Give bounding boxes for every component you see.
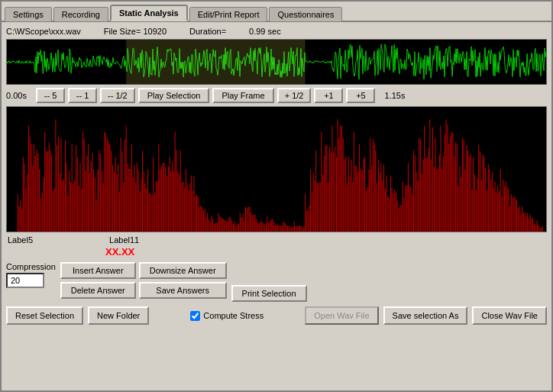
print-selection-button[interactable]: Print Selection	[231, 285, 307, 302]
content-area: C:\WScope\xxx.wav File Size= 10920 Durat…	[2, 21, 551, 329]
btn-plus5[interactable]: +5	[346, 88, 375, 103]
bottom-section: Compression Insert Answer Downsize Answe…	[6, 262, 547, 302]
play-frame-button[interactable]: Play Frame	[212, 88, 273, 103]
play-selection-button[interactable]: Play Selection	[138, 88, 210, 103]
delete-answer-button[interactable]: Delete Answer	[60, 282, 136, 299]
file-duration-value: 0.99 sec	[249, 27, 281, 36]
waveform-display	[6, 39, 547, 85]
compute-stress-group: Compute Stress	[154, 311, 300, 321]
time-start: 0.00s	[6, 91, 33, 100]
btn-minus5[interactable]: -- 5	[36, 88, 65, 103]
time-end: 1.15s	[378, 91, 405, 100]
tab-settings[interactable]: Settings	[5, 7, 52, 21]
print-btn-area: Print Selection	[231, 262, 307, 302]
file-info-row: C:\WScope\xxx.wav File Size= 10920 Durat…	[6, 27, 547, 36]
save-answers-button[interactable]: Save Answers	[139, 282, 227, 299]
graph-label2: Label11	[109, 235, 139, 245]
compression-input[interactable]	[6, 273, 44, 288]
open-wav-file-button[interactable]: Open Wav File	[305, 306, 378, 325]
new-folder-button[interactable]: New Folder	[88, 306, 149, 325]
insert-answer-button[interactable]: Insert Answer	[60, 262, 136, 279]
tab-recording[interactable]: Recording	[53, 7, 108, 21]
tab-static-analysis[interactable]: Static Analysis	[110, 5, 188, 21]
xx-value: XX.XX	[6, 246, 547, 258]
close-wav-file-button[interactable]: Close Wav File	[472, 306, 547, 325]
compute-stress-checkbox[interactable]	[190, 311, 200, 321]
btn-minus1[interactable]: -- 1	[68, 88, 97, 103]
btn-plus1[interactable]: +1	[314, 88, 343, 103]
save-selection-as-button[interactable]: Save selection As	[383, 306, 468, 325]
controls-row: 0.00s -- 5 -- 1 -- 1/2 Play Selection Pl…	[6, 88, 547, 103]
tab-edit-print-report[interactable]: Edit/Print Report	[189, 7, 268, 21]
main-window: Settings Recording Static Analysis Edit/…	[0, 0, 553, 392]
tab-bar: Settings Recording Static Analysis Edit/…	[2, 2, 551, 21]
compute-stress-label[interactable]: Compute Stress	[203, 311, 264, 320]
file-duration-label: Duration=	[189, 27, 226, 36]
file-size: File Size= 10920	[104, 27, 167, 36]
compression-group: Compression	[6, 262, 56, 288]
analysis-graph	[6, 106, 547, 232]
graph-label1: Label5	[8, 235, 33, 245]
footer-row: Reset Selection New Folder Compute Stres…	[6, 306, 547, 325]
reset-selection-button[interactable]: Reset Selection	[6, 306, 83, 325]
tab-questionnaires[interactable]: Questionnaires	[269, 7, 342, 21]
graph-labels-row: Label5 Label11	[6, 235, 547, 245]
file-path: C:\WScope\xxx.wav	[6, 27, 81, 36]
downsize-answer-button[interactable]: Downsize Answer	[139, 262, 227, 279]
btn-plus-half[interactable]: + 1/2	[277, 88, 312, 103]
action-buttons-grid: Insert Answer Downsize Answer Delete Ans…	[60, 262, 227, 299]
compression-label: Compression	[6, 262, 56, 271]
btn-minus-half[interactable]: -- 1/2	[100, 88, 135, 103]
